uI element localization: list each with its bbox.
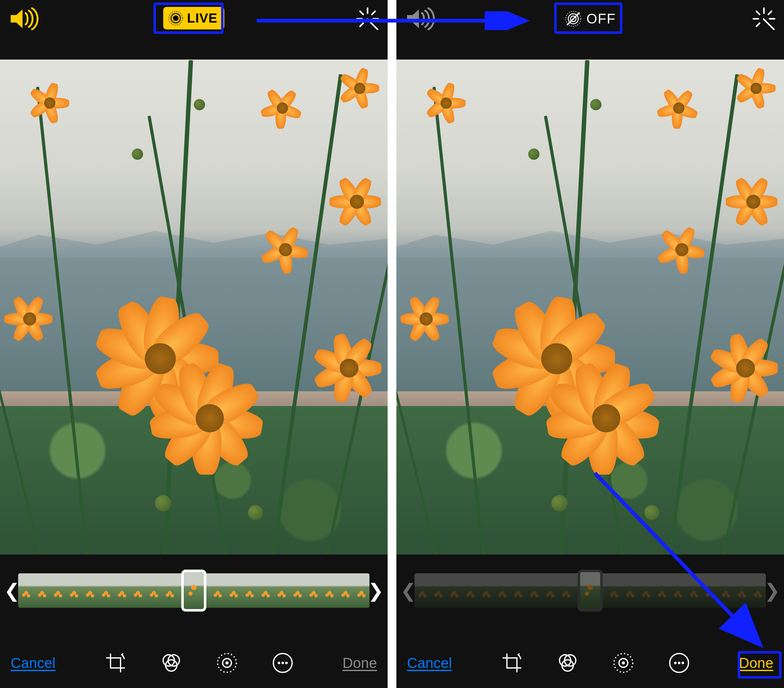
svg-point-38: [674, 662, 677, 664]
svg-line-26: [764, 19, 774, 30]
bottom-toolbar: Cancel Done: [396, 638, 784, 688]
chevron-left-icon[interactable]: ❮: [6, 570, 18, 611]
filters-icon[interactable]: [557, 652, 578, 673]
svg-point-17: [278, 662, 280, 664]
svg-line-22: [768, 11, 771, 15]
live-photo-filmstrip[interactable]: ❮ ❯: [6, 567, 382, 614]
svg-point-18: [282, 662, 284, 664]
key-photo-handle: [578, 569, 603, 612]
svg-point-40: [682, 662, 684, 664]
crop-rotate-icon[interactable]: [105, 652, 126, 673]
svg-point-19: [285, 662, 288, 664]
live-photo-filmstrip: ❮ ❯: [402, 567, 778, 614]
svg-point-36: [622, 662, 625, 665]
done-button[interactable]: Done: [739, 655, 773, 672]
crop-rotate-icon[interactable]: [501, 652, 522, 673]
adjust-icon[interactable]: [613, 652, 634, 673]
live-photo-toggle[interactable]: OFF: [557, 7, 623, 31]
svg-line-5: [360, 23, 363, 26]
adjust-icon[interactable]: [216, 652, 238, 673]
live-photo-icon: [168, 10, 184, 26]
bottom-toolbar: Cancel Done: [0, 638, 388, 688]
editor-panel-off: OFF ❮ ❯: [396, 0, 784, 688]
chevron-right-icon[interactable]: ❯: [369, 570, 382, 611]
speaker-on-icon[interactable]: [9, 8, 39, 30]
filters-icon[interactable]: [161, 652, 182, 673]
svg-point-39: [678, 662, 680, 664]
done-button[interactable]: Done: [343, 655, 377, 672]
top-bar: LIVE: [0, 0, 388, 59]
photo-preview[interactable]: [0, 59, 388, 554]
svg-line-30: [567, 13, 580, 25]
svg-point-15: [226, 662, 229, 665]
svg-line-1: [360, 11, 363, 15]
chevron-right-icon: ❯: [766, 570, 778, 611]
more-icon[interactable]: [272, 652, 293, 673]
svg-point-7: [173, 15, 178, 21]
magic-wand-icon[interactable]: [753, 8, 775, 30]
cancel-button[interactable]: Cancel: [407, 655, 452, 672]
live-photo-toggle[interactable]: LIVE: [163, 7, 224, 30]
svg-line-25: [756, 23, 759, 26]
svg-line-6: [367, 19, 377, 30]
more-icon[interactable]: [669, 652, 690, 673]
speaker-dim-icon[interactable]: [405, 8, 435, 30]
magic-wand-icon[interactable]: [356, 8, 379, 30]
off-badge-label: OFF: [586, 11, 616, 26]
chevron-left-icon: ❮: [402, 570, 415, 611]
cancel-button[interactable]: Cancel: [11, 655, 55, 672]
svg-line-2: [372, 11, 375, 15]
live-photo-off-icon: [565, 10, 582, 28]
key-photo-handle[interactable]: [181, 569, 206, 612]
photo-preview[interactable]: [396, 59, 784, 554]
svg-line-21: [756, 11, 759, 15]
top-bar: OFF: [396, 0, 784, 59]
live-badge-label: LIVE: [187, 11, 217, 26]
editor-panel-live: LIVE: [0, 0, 388, 688]
